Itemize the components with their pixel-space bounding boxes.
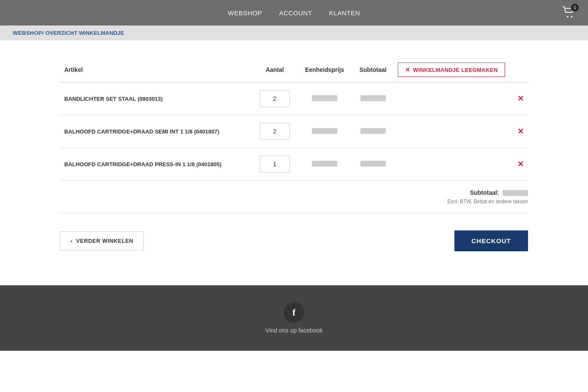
- subtotal-cell-2: [352, 115, 394, 148]
- clear-x-icon: ✕: [405, 66, 410, 73]
- price-cell-1: [297, 82, 352, 115]
- cart-icon[interactable]: 0: [562, 6, 575, 20]
- verder-winkelen-button[interactable]: ‹ VERDER WINKELEN: [60, 231, 144, 250]
- remove-cell-1: ✕: [394, 82, 528, 115]
- remove-button-1[interactable]: ✕: [517, 95, 524, 102]
- subtotal-hidden-3: [360, 161, 386, 167]
- product-name-3: BALHOOFD CARTRIDGE+DRAAD PRESS-IN 1 1/8 …: [60, 148, 253, 181]
- facebook-link[interactable]: f: [284, 302, 304, 323]
- subtotal-cell-1: [352, 82, 394, 115]
- nav-webshop[interactable]: WEBSHOP: [228, 9, 262, 17]
- col-header-clear: ✕ WINKELMANDJE LEEGMAKEN: [394, 57, 528, 82]
- subtotal-cell-3: [352, 148, 394, 181]
- remove-button-3[interactable]: ✕: [517, 160, 524, 168]
- product-name-1: BANDLICHTER SET STAAL (0903013): [60, 82, 253, 115]
- cart-count: 0: [571, 4, 579, 11]
- cart-table: Artikel Aantal Eenheidsprijs Subtotaal ✕…: [60, 57, 528, 181]
- col-header-eenheidsprijs: Eenheidsprijs: [297, 57, 352, 82]
- breadcrumb-current: OVERZICHT WINKELMANDJE: [44, 30, 124, 36]
- price-hidden-2: [312, 128, 337, 134]
- svg-point-1: [571, 16, 573, 17]
- header: WEBSHOP ACCOUNT KLANTEN 0: [0, 0, 588, 26]
- remove-cell-3: ✕: [394, 148, 528, 181]
- table-row: BALHOOFD CARTRIDGE+DRAAD PRESS-IN 1 1/8 …: [60, 148, 528, 181]
- remove-button-2[interactable]: ✕: [517, 128, 524, 135]
- verder-label: VERDER WINKELEN: [76, 238, 134, 244]
- qty-input-3[interactable]: [260, 156, 290, 173]
- svg-point-0: [567, 16, 568, 17]
- nav-klanten[interactable]: KLANTEN: [329, 9, 360, 17]
- price-cell-3: [297, 148, 352, 181]
- facebook-icon: f: [292, 307, 295, 318]
- subtotal-hidden-2: [360, 128, 386, 134]
- breadcrumb-webshop[interactable]: WEBSHOP/: [13, 30, 44, 36]
- qty-cell-1: [253, 82, 297, 115]
- nav-account[interactable]: ACCOUNT: [279, 9, 312, 17]
- main-content: Artikel Aantal Eenheidsprijs Subtotaal ✕…: [51, 57, 537, 251]
- price-hidden-3: [312, 161, 337, 167]
- footer-facebook-text: Vind ons op facebook: [9, 327, 579, 334]
- clear-cart-button[interactable]: ✕ WINKELMANDJE LEEGMAKEN: [398, 62, 505, 77]
- table-row: BALHOOFD CARTRIDGE+DRAAD SEMI INT 1 1/8 …: [60, 115, 528, 148]
- footer: f Vind ons op facebook: [0, 285, 588, 351]
- product-name-2: BALHOOFD CARTRIDGE+DRAAD SEMI INT 1 1/8 …: [60, 115, 253, 148]
- subtotal-section: Subtotaal: Excl. BTW, Bebat en andere ta…: [60, 181, 528, 213]
- qty-input-1[interactable]: [260, 90, 290, 107]
- subtotal-value: [502, 190, 528, 196]
- qty-cell-2: [253, 115, 297, 148]
- qty-cell-3: [253, 148, 297, 181]
- back-arrow-icon: ‹: [71, 238, 73, 244]
- price-hidden-1: [312, 95, 337, 101]
- excl-text: Excl. BTW, Bebat en andere taksen: [60, 199, 528, 205]
- subtotal-hidden-1: [360, 95, 386, 101]
- table-row: BANDLICHTER SET STAAL (0903013) ✕: [60, 82, 528, 115]
- subtotal-label: Subtotaal:: [470, 189, 499, 196]
- buttons-row: ‹ VERDER WINKELEN CHECKOUT: [60, 230, 528, 251]
- col-header-artikel: Artikel: [60, 57, 253, 82]
- breadcrumb: WEBSHOP/ OVERZICHT WINKELMANDJE: [0, 26, 588, 40]
- col-header-aantal: Aantal: [253, 57, 297, 82]
- remove-cell-2: ✕: [394, 115, 528, 148]
- main-nav: WEBSHOP ACCOUNT KLANTEN: [200, 9, 388, 17]
- qty-input-2[interactable]: [260, 123, 290, 140]
- checkout-button[interactable]: CHECKOUT: [454, 230, 528, 251]
- col-header-subtotaal: Subtotaal: [352, 57, 394, 82]
- clear-cart-label: WINKELMANDJE LEEGMAKEN: [413, 67, 498, 73]
- price-cell-2: [297, 115, 352, 148]
